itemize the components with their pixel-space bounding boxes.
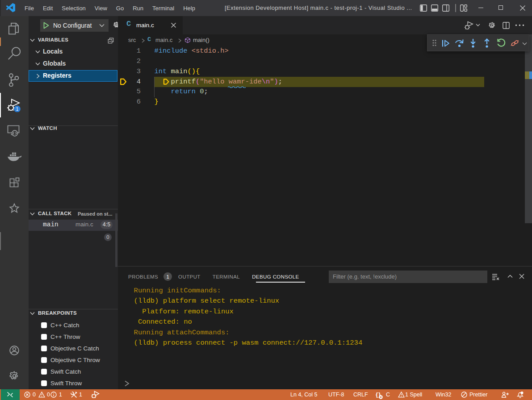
svg-text:1: 1 <box>16 106 19 112</box>
